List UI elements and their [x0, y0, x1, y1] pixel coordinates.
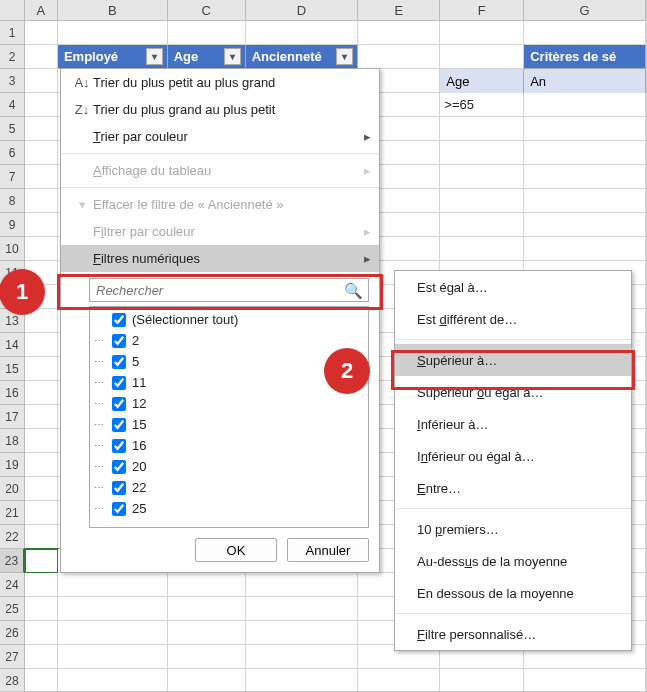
- criteria-value[interactable]: >=65: [440, 93, 524, 117]
- list-item[interactable]: ⋯15: [92, 414, 364, 435]
- cell-A18[interactable]: [25, 429, 58, 453]
- cell-A4[interactable]: [25, 93, 58, 117]
- cell-A7[interactable]: [25, 165, 58, 189]
- cell-A9[interactable]: [25, 213, 58, 237]
- cell-B27[interactable]: [58, 645, 168, 669]
- cell-F10[interactable]: [440, 237, 524, 261]
- filter-custom[interactable]: Filtre personnalisé…: [395, 618, 631, 650]
- cell-A26[interactable]: [25, 621, 58, 645]
- checkbox[interactable]: [112, 460, 126, 474]
- column-header-b[interactable]: B: [58, 0, 168, 21]
- cell-A22[interactable]: [25, 525, 58, 549]
- cell-C28[interactable]: [168, 669, 246, 692]
- value-listbox[interactable]: (Sélectionner tout)⋯2⋯5⋯11⋯12⋯15⋯16⋯20⋯2…: [89, 306, 369, 528]
- cell-A21[interactable]: [25, 501, 58, 525]
- filter-less-equal[interactable]: Inférieur ou égal à…: [395, 440, 631, 472]
- cell-G2[interactable]: Critères de sé: [524, 45, 646, 69]
- row-header[interactable]: 1: [0, 21, 25, 45]
- cell-B26[interactable]: [58, 621, 168, 645]
- filter-equals[interactable]: Est égal à…: [395, 271, 631, 303]
- list-item[interactable]: ⋯16: [92, 435, 364, 456]
- cell-B1[interactable]: [58, 21, 168, 45]
- row-header[interactable]: 7: [0, 165, 25, 189]
- column-header-d[interactable]: D: [246, 0, 359, 21]
- row-header[interactable]: 27: [0, 645, 25, 669]
- checkbox[interactable]: [112, 439, 126, 453]
- cell-A24[interactable]: [25, 573, 58, 597]
- cell-A23[interactable]: [25, 549, 58, 573]
- cell-A15[interactable]: [25, 357, 58, 381]
- checkbox[interactable]: [112, 376, 126, 390]
- checkbox[interactable]: [112, 334, 126, 348]
- row-header[interactable]: 10: [0, 237, 25, 261]
- cell-G7[interactable]: [524, 165, 646, 189]
- cell-A3[interactable]: [25, 69, 58, 93]
- number-filters[interactable]: Filtres numériques ▸: [61, 245, 379, 272]
- cell-C24[interactable]: [168, 573, 246, 597]
- checkbox[interactable]: [112, 355, 126, 369]
- cell-A17[interactable]: [25, 405, 58, 429]
- filter-dropdown-button[interactable]: ▾: [146, 48, 163, 65]
- cell-G5[interactable]: [524, 117, 646, 141]
- list-item[interactable]: ⋯20: [92, 456, 364, 477]
- row-header[interactable]: 3: [0, 69, 25, 93]
- cell-G3[interactable]: An: [524, 69, 646, 93]
- filter-not-equals[interactable]: Est différent de…: [395, 303, 631, 335]
- row-header[interactable]: 8: [0, 189, 25, 213]
- checkbox[interactable]: [112, 397, 126, 411]
- sort-descending[interactable]: Z↓ Trier du plus grand au plus petit: [61, 96, 379, 123]
- row-header[interactable]: 6: [0, 141, 25, 165]
- cell-D27[interactable]: [246, 645, 359, 669]
- cell-F6[interactable]: [440, 141, 524, 165]
- filter-below-average[interactable]: En dessous de la moyenne: [395, 577, 631, 609]
- cell-A25[interactable]: [25, 597, 58, 621]
- row-header[interactable]: 26: [0, 621, 25, 645]
- cell-C2[interactable]: Age▾: [168, 45, 246, 69]
- cell-G8[interactable]: [524, 189, 646, 213]
- column-header-g[interactable]: G: [524, 0, 646, 21]
- filter-top10[interactable]: 10 premiers…: [395, 513, 631, 545]
- cell-G9[interactable]: [524, 213, 646, 237]
- checkbox[interactable]: [112, 502, 126, 516]
- cell-D26[interactable]: [246, 621, 359, 645]
- list-item[interactable]: ⋯12: [92, 393, 364, 414]
- cell-A27[interactable]: [25, 645, 58, 669]
- cell-C27[interactable]: [168, 645, 246, 669]
- cell-F28[interactable]: [440, 669, 524, 692]
- row-header[interactable]: 21: [0, 501, 25, 525]
- cell-F1[interactable]: [440, 21, 524, 45]
- filter-less-than[interactable]: Inférieur à…: [395, 408, 631, 440]
- row-header[interactable]: 4: [0, 93, 25, 117]
- cell-F7[interactable]: [440, 165, 524, 189]
- cell-B28[interactable]: [58, 669, 168, 692]
- cell-A2[interactable]: [25, 45, 58, 69]
- cell-A10[interactable]: [25, 237, 58, 261]
- cell-E2[interactable]: [358, 45, 440, 69]
- column-header-f[interactable]: F: [440, 0, 524, 21]
- cell-G28[interactable]: [524, 669, 646, 692]
- list-item[interactable]: ⋯25: [92, 498, 364, 519]
- filter-greater-than[interactable]: Supérieur à…: [395, 344, 631, 376]
- row-header[interactable]: 14: [0, 333, 25, 357]
- row-header[interactable]: 17: [0, 405, 25, 429]
- checkbox[interactable]: [112, 313, 126, 327]
- filter-above-average[interactable]: Au-dessus de la moyenne: [395, 545, 631, 577]
- checkbox[interactable]: [112, 481, 126, 495]
- filter-between[interactable]: Entre…: [395, 472, 631, 504]
- cancel-button[interactable]: Annuler: [287, 538, 369, 562]
- row-header[interactable]: 9: [0, 213, 25, 237]
- cell-C26[interactable]: [168, 621, 246, 645]
- cell-B25[interactable]: [58, 597, 168, 621]
- cell-C1[interactable]: [168, 21, 246, 45]
- cell-G10[interactable]: [524, 237, 646, 261]
- list-item[interactable]: ⋯22: [92, 477, 364, 498]
- cell-F3[interactable]: Age: [440, 69, 524, 93]
- row-header[interactable]: 22: [0, 525, 25, 549]
- cell-F5[interactable]: [440, 117, 524, 141]
- row-header[interactable]: 18: [0, 429, 25, 453]
- cell-D25[interactable]: [246, 597, 359, 621]
- list-item[interactable]: ⋯2: [92, 330, 364, 351]
- row-header[interactable]: 16: [0, 381, 25, 405]
- column-header-a[interactable]: A: [25, 0, 58, 21]
- cell-A1[interactable]: [25, 21, 58, 45]
